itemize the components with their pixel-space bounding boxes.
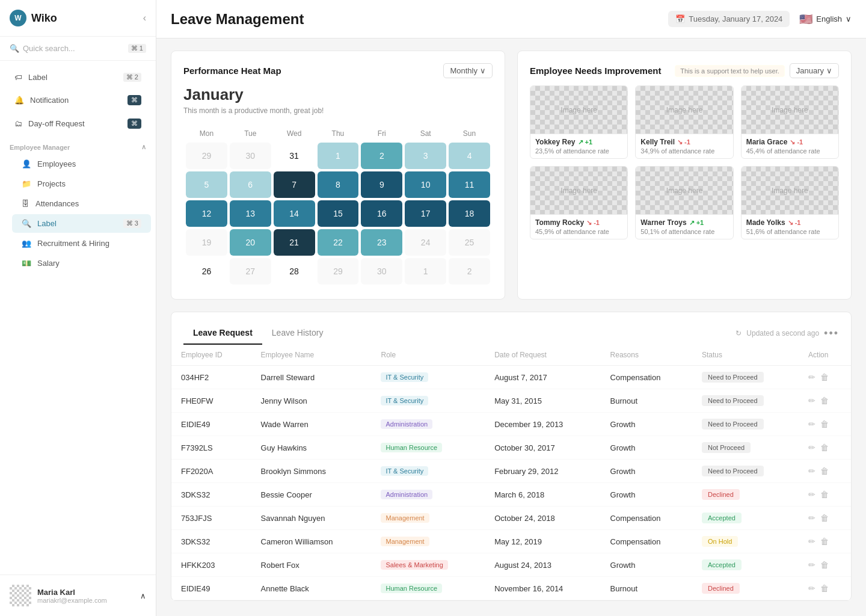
- sidebar-item-employees[interactable]: 👤 Employees: [12, 155, 151, 173]
- edit-icon[interactable]: ✏: [808, 513, 815, 523]
- role-badge: IT & Security: [381, 372, 428, 382]
- sidebar-item-projects[interactable]: 📁 Projects: [12, 174, 151, 193]
- leave-table-header: Status: [692, 345, 799, 366]
- delete-icon[interactable]: 🗑: [820, 419, 829, 429]
- quick-search-row[interactable]: 🔍 Quick search... ⌘ 1: [10, 44, 146, 53]
- status-cell: Need to Proceed: [692, 460, 799, 483]
- sidebar-collapse-button[interactable]: ‹: [143, 13, 146, 23]
- calendar-day[interactable]: 2: [361, 143, 402, 169]
- calendar-day[interactable]: 23: [361, 229, 402, 256]
- more-options-button[interactable]: •••: [824, 327, 839, 340]
- action-cell: ✏ 🗑: [799, 553, 851, 577]
- section-chevron[interactable]: ∧: [141, 143, 146, 151]
- sidebar-search-area[interactable]: 🔍 Quick search... ⌘ 1: [0, 37, 156, 61]
- calendar-day[interactable]: 21: [274, 229, 315, 256]
- calendar-day[interactable]: 4: [449, 143, 490, 169]
- edit-icon[interactable]: ✏: [808, 443, 815, 452]
- calendar-day[interactable]: 31: [274, 143, 315, 169]
- sidebar-item-label[interactable]: 🏷 Label ⌘ 2: [5, 67, 151, 88]
- user-menu-chevron[interactable]: ∧: [140, 591, 146, 600]
- table-row: 3DKS32 Bessie Cooper Administration Marc…: [171, 483, 851, 507]
- calendar-day[interactable]: 16: [361, 200, 402, 227]
- calendar-day[interactable]: 18: [449, 200, 490, 227]
- delete-icon[interactable]: 🗑: [820, 537, 829, 546]
- employee-name-cell: Wade Warren: [251, 413, 372, 436]
- sidebar-item-notification[interactable]: 🔔 Notification ⌘: [5, 89, 151, 111]
- delete-icon[interactable]: 🗑: [820, 443, 829, 452]
- language-selector[interactable]: 🇺🇸 English ∨: [799, 13, 852, 26]
- calendar-day[interactable]: 27: [230, 258, 271, 285]
- delete-icon[interactable]: 🗑: [820, 560, 829, 570]
- edit-icon[interactable]: ✏: [808, 537, 815, 546]
- tab-leave-history[interactable]: Leave History: [262, 322, 333, 345]
- employee-image: Image here: [742, 86, 838, 134]
- calendar-day[interactable]: 19: [186, 229, 227, 256]
- calendar-day[interactable]: 2: [449, 258, 490, 285]
- tab-leave-request[interactable]: Leave Request: [183, 322, 262, 345]
- calendar-day[interactable]: 30: [361, 258, 402, 285]
- employee-name-cell: Savannah Nguyen: [251, 507, 372, 530]
- calendar-day[interactable]: 1: [318, 143, 359, 169]
- period-chevron-icon: ∨: [480, 66, 486, 75]
- edit-icon[interactable]: ✏: [808, 396, 815, 405]
- calendar-day[interactable]: 26: [186, 258, 227, 285]
- employee-card: Image here Kelly Treil ↘ -1 34,9% of att…: [635, 85, 733, 159]
- calendar-day[interactable]: 22: [318, 229, 359, 256]
- delete-icon[interactable]: 🗑: [820, 513, 829, 523]
- employee-needs-period-dropdown[interactable]: January ∨: [790, 63, 839, 78]
- calendar-day[interactable]: 24: [405, 229, 446, 256]
- employee-name-cell: Bessie Cooper: [251, 483, 372, 507]
- person-icon: 👤: [22, 159, 31, 168]
- sidebar-item-dayoff[interactable]: 🗂 Day-off Request ⌘: [5, 112, 151, 135]
- employee-image: Image here: [636, 167, 732, 215]
- delete-icon[interactable]: 🗑: [820, 490, 829, 499]
- employee-needs-period: January: [796, 66, 824, 75]
- calendar-day[interactable]: 6: [230, 171, 271, 198]
- calendar-day[interactable]: 29: [318, 258, 359, 285]
- calendar-day[interactable]: 7: [274, 171, 315, 198]
- calendar-day[interactable]: 10: [405, 171, 446, 198]
- calendar-day[interactable]: 30: [230, 143, 271, 169]
- calendar-day[interactable]: 1: [405, 258, 446, 285]
- calendar-day[interactable]: 14: [274, 200, 315, 227]
- delete-icon[interactable]: 🗑: [820, 396, 829, 405]
- role-cell: Administration: [371, 483, 485, 507]
- edit-icon[interactable]: ✏: [808, 372, 815, 382]
- calendar-day[interactable]: 20: [230, 229, 271, 256]
- app-logo[interactable]: W Wiko: [10, 10, 57, 26]
- edit-icon[interactable]: ✏: [808, 490, 815, 499]
- reason-cell: Growth: [601, 483, 692, 507]
- delete-icon[interactable]: 🗑: [820, 584, 829, 593]
- top-panels: Performance Heat Map Monthly ∨ January T…: [171, 51, 852, 300]
- calendar-day[interactable]: 17: [405, 200, 446, 227]
- calendar-day[interactable]: 5: [186, 171, 227, 198]
- sidebar-item-salary[interactable]: 💵 Salary: [12, 254, 151, 273]
- calendar-day[interactable]: 28: [274, 258, 315, 285]
- sidebar-item-label2[interactable]: 🔍 Label ⌘ 3: [12, 214, 151, 233]
- calendar-day[interactable]: 25: [449, 229, 490, 256]
- calendar-day[interactable]: 3: [405, 143, 446, 169]
- status-badge: Not Proceed: [702, 442, 751, 453]
- delete-icon[interactable]: 🗑: [820, 372, 829, 382]
- edit-icon[interactable]: ✏: [808, 584, 815, 593]
- delete-icon[interactable]: 🗑: [820, 466, 829, 476]
- calendar-day[interactable]: 12: [186, 200, 227, 227]
- sidebar-item-attendances[interactable]: 🗄 Attendances: [12, 194, 151, 213]
- heatmap-period-dropdown[interactable]: Monthly ∨: [443, 63, 493, 78]
- calendar-day[interactable]: 9: [361, 171, 402, 198]
- table-row: EIDIE49 Annette Black Human Resource Nov…: [171, 577, 851, 600]
- edit-icon[interactable]: ✏: [808, 419, 815, 429]
- action-cell: ✏ 🗑: [799, 507, 851, 530]
- calendar-day[interactable]: 13: [230, 200, 271, 227]
- role-cell: Administration: [371, 413, 485, 436]
- calendar-day[interactable]: 29: [186, 143, 227, 169]
- action-cell: ✏ 🗑: [799, 530, 851, 553]
- calendar-day-header: Thu: [318, 127, 359, 140]
- calendar-day[interactable]: 11: [449, 171, 490, 198]
- edit-icon[interactable]: ✏: [808, 560, 815, 570]
- calendar-day[interactable]: 15: [318, 200, 359, 227]
- table-row: FF2020A Brooklyn Simmons IT & Security F…: [171, 460, 851, 483]
- edit-icon[interactable]: ✏: [808, 466, 815, 476]
- calendar-day[interactable]: 8: [318, 171, 359, 198]
- sidebar-item-recruitment[interactable]: 👥 Recruitment & Hiring: [12, 234, 151, 253]
